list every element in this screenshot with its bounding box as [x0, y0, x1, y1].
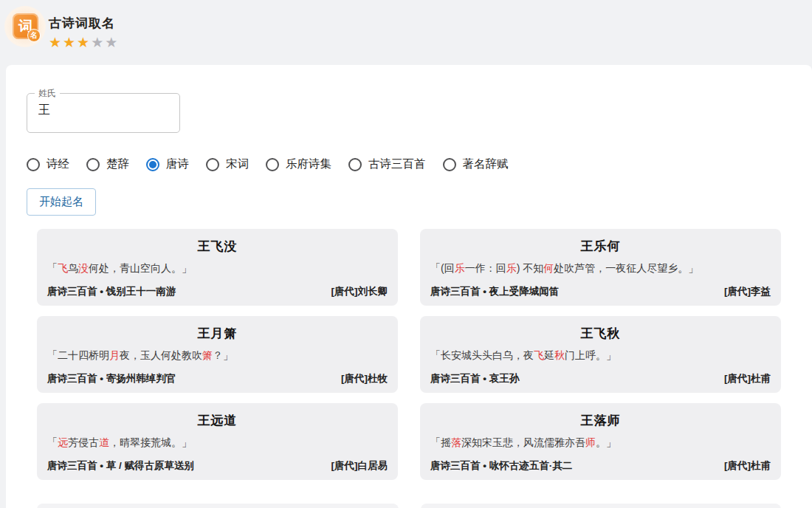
result-card: 王飞没 「飞鸟没何处，青山空向人。」 唐诗三百首 • 饯别王十一南游 [唐代]刘… [37, 229, 398, 306]
radio-icon [27, 158, 40, 171]
poem-author: [唐代]李益 [724, 285, 771, 298]
star-icon[interactable]: ★ [63, 35, 77, 50]
star-icon[interactable]: ★ [105, 35, 119, 50]
radio-label: 楚辞 [106, 157, 129, 172]
results-grid: 王飞没 「飞鸟没何处，青山空向人。」 唐诗三百首 • 饯别王十一南游 [唐代]刘… [37, 229, 781, 480]
poem-quote: 「远芳侵古道，晴翠接荒城。」 [47, 436, 388, 450]
star-icon[interactable]: ★ [77, 35, 91, 50]
quote-highlight-char: 没 [78, 262, 89, 274]
radio-icon [443, 158, 456, 171]
quote-segment: ，晴翠接荒城。」 [109, 436, 192, 448]
star-icon[interactable]: ★ [49, 35, 63, 50]
poem-author: [唐代]杜甫 [724, 372, 771, 385]
poem-author: [唐代]杜甫 [724, 459, 771, 473]
generated-name: 王月箫 [47, 325, 388, 342]
header-text: 古诗词取名 ★★★★★ [49, 15, 119, 50]
poem-quote: 「(回乐一作：回乐) 不知何处吹芦管，一夜征人尽望乡。」 [430, 262, 771, 275]
category-radio-6[interactable]: 著名辞赋 [443, 157, 509, 172]
result-card: 王月箫 「二十四桥明月夜，玉人何处教吹箫？」 唐诗三百首 • 寄扬州韩绰判官 [… [37, 316, 398, 393]
surname-field: 姓氏 [27, 93, 180, 133]
quote-segment: 门上呼。」 [565, 349, 616, 361]
radio-label: 乐府诗集 [286, 157, 331, 172]
quote-highlight-char: 乐 [506, 262, 517, 274]
poem-source: 唐诗三百首 • 哀王孙 [430, 372, 519, 385]
quote-segment: 「摇 [430, 436, 451, 448]
quote-highlight-char: 师 [585, 436, 596, 448]
category-radio-5[interactable]: 古诗三百首 [348, 157, 426, 172]
poem-source: 唐诗三百首 • 草 / 赋得古原草送别 [47, 459, 194, 473]
quote-highlight-char: 月 [109, 349, 120, 361]
radio-label: 宋词 [226, 157, 249, 172]
card-meta: 唐诗三百首 • 夜上受降城闻笛 [唐代]李益 [430, 285, 771, 298]
generated-name: 王飞秋 [430, 325, 771, 342]
quote-highlight-char: 何 [543, 262, 554, 274]
category-radio-group: 诗经 楚辞 唐诗 宋词 乐府诗集 古诗三百首 著名辞赋 [27, 157, 509, 172]
category-radio-2[interactable]: 唐诗 [146, 157, 189, 172]
app-header: 词 名 古诗词取名 ★★★★★ [0, 0, 812, 65]
card-meta: 唐诗三百首 • 哀王孙 [唐代]杜甫 [430, 372, 771, 385]
result-card: 王飞秋 「长安城头头白乌，夜飞延秋门上呼。」 唐诗三百首 • 哀王孙 [唐代]杜… [420, 316, 781, 393]
quote-segment: 深知宋玉悲，风流儒雅亦吾 [461, 436, 585, 448]
result-card: 王远道 「远芳侵古道，晴翠接荒城。」 唐诗三百首 • 草 / 赋得古原草送别 [… [37, 403, 398, 480]
generated-name: 王飞没 [47, 238, 388, 255]
category-radio-3[interactable]: 宋词 [206, 157, 249, 172]
quote-segment: 「(回 [430, 262, 455, 274]
surname-input[interactable] [38, 103, 164, 117]
quote-segment: 「 [47, 262, 58, 274]
radio-icon [146, 158, 159, 171]
rating-stars[interactable]: ★★★★★ [49, 35, 119, 50]
page-title: 古诗词取名 [49, 15, 119, 32]
quote-segment: 鸟 [68, 262, 78, 274]
surname-label: 姓氏 [35, 87, 60, 100]
poem-quote: 「长安城头头白乌，夜飞延秋门上呼。」 [430, 349, 771, 363]
radio-label: 唐诗 [166, 157, 189, 172]
next-row-card-peek-right [421, 504, 781, 508]
result-card: 王落师 「摇落深知宋玉悲，风流儒雅亦吾师。」 唐诗三百首 • 咏怀古迹五首·其二… [420, 403, 781, 480]
quote-segment: 处吹芦管，一夜征人尽望乡。」 [554, 262, 698, 274]
quote-segment: 延 [544, 349, 554, 361]
category-radio-1[interactable]: 楚辞 [86, 157, 129, 172]
category-radio-4[interactable]: 乐府诗集 [266, 157, 331, 172]
poem-quote: 「二十四桥明月夜，玉人何处教吹箫？」 [47, 349, 388, 363]
radio-icon [86, 158, 100, 171]
quote-segment: 「长安城头头白乌，夜 [430, 349, 534, 361]
quote-segment: 芳侵古 [68, 436, 99, 448]
card-meta: 唐诗三百首 • 咏怀古迹五首·其二 [唐代]杜甫 [430, 459, 771, 473]
radio-label: 著名辞赋 [463, 157, 509, 172]
radio-icon [266, 158, 279, 171]
category-radio-0[interactable]: 诗经 [27, 157, 69, 172]
star-icon[interactable]: ★ [91, 35, 105, 50]
card-meta: 唐诗三百首 • 饯别王十一南游 [唐代]刘长卿 [47, 285, 388, 298]
poem-source: 唐诗三百首 • 咏怀古迹五首·其二 [430, 459, 572, 473]
quote-segment: ？」 [213, 349, 233, 361]
quote-highlight-char: 飞 [534, 349, 544, 361]
poem-source: 唐诗三百首 • 饯别王十一南游 [47, 285, 176, 298]
quote-segment: 「 [47, 436, 58, 448]
radio-label: 古诗三百首 [368, 157, 426, 172]
logo-badge: 名 [27, 29, 41, 42]
quote-highlight-char: 远 [58, 436, 68, 448]
radio-icon [206, 158, 219, 171]
card-meta: 唐诗三百首 • 寄扬州韩绰判官 [唐代]杜牧 [47, 372, 388, 385]
poem-author: [唐代]杜牧 [341, 372, 388, 385]
quote-segment: 「二十四桥明 [47, 349, 109, 361]
radio-icon [348, 158, 362, 171]
quote-segment: 何处，青山空向人。」 [89, 262, 192, 274]
generated-name: 王落师 [430, 412, 771, 429]
generated-name: 王远道 [47, 412, 388, 429]
poem-quote: 「摇落深知宋玉悲，风流儒雅亦吾师。」 [430, 436, 771, 450]
result-card: 王乐何 「(回乐一作：回乐) 不知何处吹芦管，一夜征人尽望乡。」 唐诗三百首 •… [420, 229, 781, 306]
start-naming-button[interactable]: 开始起名 [27, 188, 96, 216]
quote-highlight-char: 乐 [455, 262, 465, 274]
poem-author: [唐代]白居易 [331, 459, 388, 473]
quote-highlight-char: 落 [451, 436, 461, 448]
quote-highlight-char: 箫 [202, 349, 213, 361]
next-row-card-peek-left [37, 504, 399, 508]
quote-highlight-char: 飞 [58, 262, 68, 274]
quote-highlight-char: 秋 [554, 349, 565, 361]
quote-segment: ) 不知 [517, 262, 544, 274]
generated-name: 王乐何 [430, 238, 771, 255]
radio-label: 诗经 [47, 157, 69, 172]
quote-segment: 一作：回 [465, 262, 506, 274]
quote-highlight-char: 道 [99, 436, 109, 448]
